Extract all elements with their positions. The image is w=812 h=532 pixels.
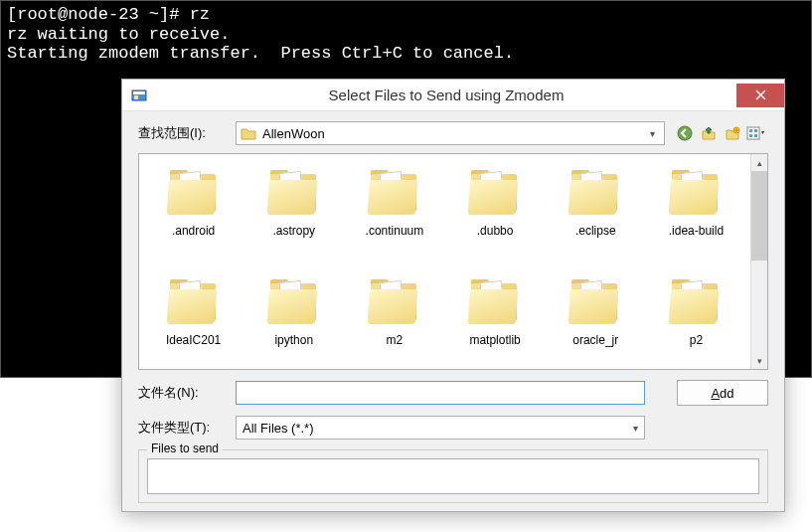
add-button[interactable]: Add [677,380,768,406]
folder-item[interactable]: ipython [244,271,344,369]
folder-name: .continuum [366,224,424,238]
svg-point-3 [678,126,692,140]
terminal-line3: Starting zmodem transfer. Press Ctrl+C t… [7,44,514,63]
close-button[interactable] [736,84,784,107]
file-list-grid[interactable]: .android.astropy.continuum.dubbo.eclipse… [139,154,750,369]
folder-item[interactable]: p2 [646,271,746,369]
terminal-cmd: rz [190,5,210,24]
lookin-combo[interactable]: AllenWoon ▾ [236,121,665,145]
folder-icon [566,277,625,327]
folder-icon [566,168,625,218]
folder-name: ipython [274,333,313,347]
scroll-down-button[interactable]: ▾ [751,352,767,369]
svg-rect-2 [134,95,138,99]
folder-icon [365,277,424,327]
back-button[interactable] [675,123,695,143]
view-menu-button[interactable] [746,123,766,143]
svg-rect-9 [754,134,757,137]
scrollbar[interactable]: ▴ ▾ [750,154,767,369]
folder-name: m2 [387,333,404,347]
app-icon [130,87,148,104]
filename-label: 文件名(N): [138,384,236,402]
filename-input[interactable] [236,381,645,405]
folder-item[interactable]: .dubbo [444,162,545,271]
folder-name: .astropy [272,224,315,238]
scroll-thumb[interactable] [751,171,767,261]
folder-name: .idea-build [669,224,724,238]
folder-name: IdeaIC201 [166,333,221,347]
lookin-value: AllenWoon [262,126,644,141]
folder-icon [465,277,525,327]
titlebar: Select Files to Send using Zmodem [122,80,784,111]
terminal-line2: rz waiting to receive. [7,25,230,44]
folder-icon [666,277,726,327]
svg-rect-7 [754,129,757,132]
folder-icon [241,126,256,140]
filetype-select[interactable]: All Files (*.*) ▾ [236,416,645,440]
folder-item[interactable]: oracle_jr [546,271,646,369]
dialog-body: 查找范围(I): AllenWoon ▾ [122,111,784,511]
dialog-title: Select Files to Send using Zmodem [156,87,736,103]
folder-icon [666,168,726,218]
nav-toolbar [675,123,766,143]
folder-icon [465,168,525,218]
folder-item[interactable]: .astropy [244,162,344,271]
files-to-send-label: Files to send [147,442,223,455]
folder-name: .dubbo [477,224,514,238]
folder-icon [264,168,324,218]
files-to-send-group: Files to send [138,449,768,503]
folder-name: p2 [690,333,703,347]
new-folder-button[interactable] [723,123,742,143]
filetype-label: 文件类型(T): [138,419,236,437]
up-one-level-button[interactable] [699,123,719,143]
folder-icon [264,277,324,327]
chevron-down-icon[interactable]: ▾ [644,128,660,139]
folder-name: oracle_jr [572,333,618,347]
folder-icon [164,277,224,327]
lookin-label: 查找范围(I): [138,124,236,142]
folder-icon [365,168,424,218]
file-dialog: Select Files to Send using Zmodem 查找范围(I… [121,79,785,512]
file-list: .android.astropy.continuum.dubbo.eclipse… [138,153,768,370]
svg-rect-8 [749,134,752,137]
folder-name: .eclipse [575,224,616,238]
scroll-up-button[interactable]: ▴ [751,154,767,171]
chevron-down-icon: ▾ [633,423,638,434]
terminal-prompt: [root@node-23 ~]# [7,5,190,24]
folder-icon [164,168,224,218]
scroll-track[interactable] [751,261,767,352]
files-to-send-list[interactable] [147,458,759,494]
folder-name: .android [172,224,215,238]
folder-item[interactable]: m2 [344,271,444,369]
folder-item[interactable]: .continuum [344,162,444,271]
folder-item[interactable]: .eclipse [546,162,646,271]
folder-name: matplotlib [469,333,520,347]
folder-item[interactable]: .idea-build [646,162,746,271]
filetype-value: All Files (*.*) [243,421,633,436]
folder-item[interactable]: IdeaIC201 [143,271,244,369]
svg-rect-6 [749,129,752,132]
folder-item[interactable]: matplotlib [444,271,545,369]
folder-item[interactable]: .android [143,162,244,271]
svg-rect-1 [133,91,145,94]
svg-rect-5 [747,127,759,139]
